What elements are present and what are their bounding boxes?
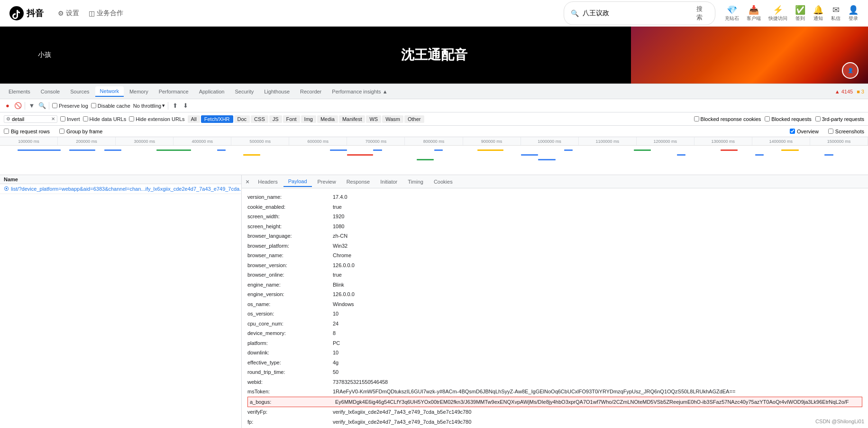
tab-performance-insights[interactable]: Performance insights ▲ bbox=[327, 87, 392, 96]
tab-security[interactable]: Security bbox=[230, 87, 258, 96]
overview-checkbox[interactable] bbox=[790, 129, 795, 134]
big-request-checkbox[interactable] bbox=[4, 129, 9, 134]
filter-js[interactable]: JS bbox=[269, 115, 282, 123]
payload-row: browser_platform: Win32 bbox=[247, 241, 862, 251]
blocked-response-checkbox[interactable] bbox=[694, 116, 699, 121]
icon-signin[interactable]: ✅ 签到 bbox=[795, 5, 805, 22]
filter-media[interactable]: Media bbox=[317, 115, 338, 123]
request-item[interactable]: ⦿ list/?device_platform=webapp&aid=6383&… bbox=[0, 184, 241, 194]
icon-login[interactable]: 👤 登录 bbox=[848, 5, 859, 22]
tab-application[interactable]: Application bbox=[194, 87, 229, 96]
preserve-log-check[interactable]: Preserve log bbox=[52, 103, 88, 109]
tab-response[interactable]: Response bbox=[342, 177, 375, 186]
payload-value: Windows bbox=[333, 300, 354, 308]
invert-check[interactable]: Invert bbox=[60, 116, 80, 122]
payload-value: Win32 bbox=[333, 242, 347, 250]
icon-message[interactable]: ✉ 私信 bbox=[831, 5, 841, 22]
error-count[interactable]: ▲ 4145 bbox=[835, 89, 853, 94]
disable-cache-check[interactable]: Disable cache bbox=[91, 103, 130, 109]
tab-memory[interactable]: Memory bbox=[125, 87, 153, 96]
filter-icon[interactable]: ▼ bbox=[28, 102, 36, 110]
search-icon[interactable]: 🔍 bbox=[38, 102, 46, 110]
disable-cache-checkbox[interactable] bbox=[91, 103, 96, 108]
screenshots-check[interactable]: Screenshots bbox=[828, 129, 864, 134]
payload-key: platform: bbox=[247, 339, 333, 347]
tab-initiator[interactable]: Initiator bbox=[375, 177, 402, 186]
tab-preview[interactable]: Preview bbox=[313, 177, 341, 186]
overview-check[interactable]: Overview bbox=[790, 129, 819, 134]
filter-img[interactable]: Img bbox=[301, 115, 316, 123]
filter-input-wrap[interactable]: ⚙ ✕ bbox=[4, 115, 57, 123]
filter-manifest[interactable]: Manifest bbox=[339, 115, 365, 123]
icon-notify[interactable]: 🔔 通知 bbox=[813, 5, 823, 22]
search-button[interactable]: 搜索 bbox=[696, 5, 708, 22]
blocked-response-check[interactable]: Blocked response cookies bbox=[694, 116, 761, 122]
tab-performance[interactable]: Performance bbox=[154, 87, 193, 96]
import-icon[interactable]: ⬆ bbox=[171, 102, 179, 110]
icon-quick[interactable]: ⚡ 快捷访问 bbox=[768, 5, 787, 22]
page-title: 沈王通配音 bbox=[401, 46, 467, 64]
payload-row: browser_language: zh-CN bbox=[247, 231, 862, 241]
hide-ext-urls-check[interactable]: Hide extension URLs bbox=[129, 116, 184, 122]
third-party-check[interactable]: 3rd-party requests bbox=[815, 116, 864, 122]
filter-fetch-xhr[interactable]: Fetch/XHR bbox=[201, 115, 233, 123]
hide-data-urls-check[interactable]: Hide data URLs bbox=[83, 116, 127, 122]
payload-row: browser_online: true bbox=[247, 270, 862, 280]
filter-clear-button[interactable]: ✕ bbox=[51, 116, 55, 121]
tab-elements[interactable]: Elements bbox=[4, 87, 35, 96]
tab-timing[interactable]: Timing bbox=[403, 177, 428, 186]
preserve-log-checkbox[interactable] bbox=[52, 103, 57, 108]
separator-1 bbox=[25, 102, 25, 110]
signin-label: 签到 bbox=[795, 15, 805, 22]
filter-doc[interactable]: Doc bbox=[234, 115, 250, 123]
tab-payload[interactable]: Payload bbox=[283, 177, 312, 187]
warning-count[interactable]: ■ 3 bbox=[857, 89, 864, 94]
bar-12 bbox=[477, 149, 503, 151]
tab-headers[interactable]: Headers bbox=[253, 177, 283, 186]
tab-sources[interactable]: Sources bbox=[65, 87, 94, 96]
group-by-frame-checkbox[interactable] bbox=[59, 129, 64, 134]
nav-settings[interactable]: ⚙ 设置 bbox=[58, 9, 79, 18]
tab-recorder[interactable]: Recorder bbox=[295, 87, 326, 96]
filter-css[interactable]: CSS bbox=[251, 115, 268, 123]
icon-zuanshi[interactable]: 💎 充钻石 bbox=[725, 5, 739, 22]
tick-8: 800000 ms bbox=[405, 137, 463, 145]
page-content: 小孩 沈王通配音 👤 bbox=[0, 27, 868, 84]
group-by-frame-check[interactable]: Group by frame bbox=[59, 129, 102, 134]
invert-checkbox[interactable] bbox=[60, 116, 65, 121]
tab-lighthouse[interactable]: Lighthouse bbox=[259, 87, 294, 96]
timeline-area[interactable]: 100000 ms 200000 ms 300000 ms 400000 ms … bbox=[0, 137, 868, 175]
third-party-checkbox[interactable] bbox=[815, 116, 821, 121]
big-request-check[interactable]: Big request rows bbox=[4, 129, 50, 134]
tab-console[interactable]: Console bbox=[36, 87, 64, 96]
filter-other[interactable]: Other bbox=[404, 115, 424, 123]
blocked-requests-check[interactable]: Blocked requests bbox=[765, 116, 811, 122]
hide-data-urls-checkbox[interactable] bbox=[83, 116, 88, 121]
bar-7 bbox=[330, 149, 347, 151]
disable-cache-label: Disable cache bbox=[98, 103, 130, 109]
screenshots-checkbox[interactable] bbox=[828, 129, 833, 134]
search-bar[interactable]: 🔍 搜索 bbox=[564, 1, 715, 25]
tab-cookies[interactable]: Cookies bbox=[429, 177, 457, 186]
tick-7: 700000 ms bbox=[347, 137, 405, 145]
tab-network[interactable]: Network bbox=[95, 86, 124, 97]
panel-close-button[interactable]: × bbox=[246, 178, 249, 186]
filter-wasm[interactable]: Wasm bbox=[382, 115, 403, 123]
payload-key: version_name: bbox=[247, 193, 333, 201]
filter-all[interactable]: All bbox=[188, 115, 200, 123]
icon-client[interactable]: 📥 客户端 bbox=[747, 5, 761, 22]
record-button[interactable]: ● bbox=[4, 102, 11, 110]
filter-input[interactable] bbox=[12, 116, 50, 122]
filter-ws[interactable]: WS bbox=[366, 115, 381, 123]
nav-business[interactable]: ◫ 业务合作 bbox=[89, 9, 123, 18]
export-icon[interactable]: ⬇ bbox=[182, 102, 189, 110]
throttling-dropdown[interactable]: No throttling ▾ bbox=[133, 102, 165, 109]
blocked-requests-checkbox[interactable] bbox=[765, 116, 770, 121]
payload-row: cookie_enabled: true bbox=[247, 202, 862, 212]
bar-6 bbox=[243, 154, 261, 156]
clear-button[interactable]: 🚫 bbox=[14, 102, 22, 110]
hide-ext-urls-checkbox[interactable] bbox=[129, 116, 134, 121]
filter-font[interactable]: Font bbox=[283, 115, 300, 123]
search-input[interactable] bbox=[583, 9, 693, 17]
bar-3 bbox=[104, 149, 122, 151]
